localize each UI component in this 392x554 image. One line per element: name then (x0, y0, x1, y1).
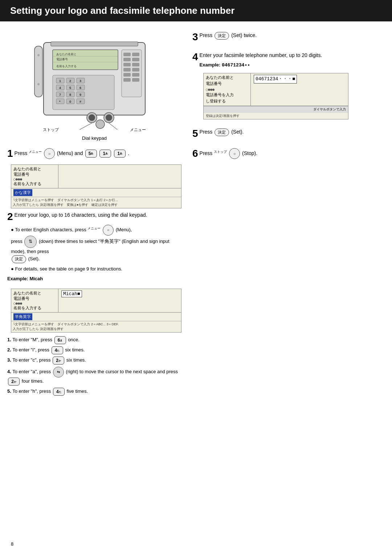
num-item-1: 1. To enter "M", press 6ま once. (7, 336, 181, 344)
lcd1-bottom2: 入力が完了したら 決定/画面を押す 変換は●を押す 確定は決定を押す (13, 203, 180, 207)
menu-label: メニュー (130, 127, 146, 133)
step-5-content: Press 決定 (Set). (200, 128, 244, 136)
lcd2-line1: あなたの名前と (13, 290, 56, 296)
page-title: Setting your logo and facsimile telephon… (0, 0, 392, 21)
lcd3-left: あなたの名前と 電話番号 ○●●● 電話番号を入力 し登録する (204, 73, 251, 106)
svg-text:電話番号: 電話番号 (56, 58, 68, 61)
page: Setting your logo and facsimile telephon… (0, 0, 392, 554)
step-4: 4 Enter your facsimile telephone number,… (192, 52, 385, 120)
lcd1-line2: 電話番号 (13, 172, 56, 177)
step-4-example-value: 04671234•• (222, 62, 250, 68)
svg-point-53 (96, 120, 105, 129)
nav-arrows-button-2[interactable]: ⇆ (53, 367, 64, 378)
left-column: あなたの名前と 電話番号 名前を入力する (7, 28, 181, 397)
key-6-button[interactable]: 6ま (54, 336, 66, 344)
key-4a-button[interactable]: 4た (52, 346, 63, 354)
lcd2-line2: 電話番号 (13, 296, 56, 301)
step-2-text: Enter your logo, up to 16 characters, us… (15, 212, 147, 218)
svg-text:4: 4 (59, 86, 61, 90)
svg-line-55 (109, 123, 120, 130)
menu-jp-above: メニュー (87, 227, 101, 230)
step-4-number: 4 (192, 52, 198, 63)
svg-text:1: 1 (59, 79, 61, 83)
lcd1-bottom: └文字切替はメニューを押す ダイヤルボタンで入力 1＝あ行 2＝か行... 入力… (11, 197, 181, 208)
step-3-number: 3 (192, 32, 198, 43)
lcd3-dots: ○●●● (206, 87, 248, 92)
menu-btn-step2[interactable]: ○ (103, 225, 114, 236)
key-5-button[interactable]: 5あ (85, 150, 97, 158)
step-2-bullet2: For details, see the table on page 9 for… (11, 265, 181, 273)
step-5: 5 Press 決定 (Set). (192, 128, 385, 139)
step-1-period: . (128, 150, 129, 156)
set-button-step5[interactable]: 決定 (215, 129, 229, 136)
lcd3-line2: 電話番号 (206, 81, 248, 87)
svg-rect-13 (132, 53, 139, 56)
step-3-content: Press 決定 (Set) twice. (200, 32, 257, 40)
lcd2-line3: 名前を入力する (13, 305, 56, 311)
stop-button[interactable]: ○ (229, 148, 240, 159)
step-6-press: Press (200, 150, 213, 156)
svg-point-10 (37, 83, 40, 85)
set-button-step3[interactable]: 決定 (215, 32, 229, 40)
svg-text:名前を入力する: 名前を入力する (56, 65, 77, 68)
fax-machine-illustration: あなたの名前と 電話番号 名前を入力する (7, 28, 181, 141)
svg-rect-16 (123, 63, 131, 66)
lcd3-bottom-label: ダイヤルボタンで入力 (204, 106, 348, 113)
step-5-press: Press (200, 129, 213, 135)
stop-jp-label: ストップ (214, 150, 227, 154)
num-item-2: 2. To enter "i", press 4た six times. (7, 346, 181, 354)
lcd2-bottom1: └文字切替はメニューを押す ダイヤルボタンで入力 2＝ABC... 3＝DEF. (13, 322, 180, 327)
lcd1-line1: あなたの名前と (13, 166, 56, 172)
lcd-display-1: あなたの名前と 電話番号 ○●●● 名前を入力する かな漢字 └文字切替はメニュ… (11, 164, 181, 208)
fax-machine-svg: あなたの名前と 電話番号 名前を入力する (33, 28, 156, 130)
svg-rect-8 (34, 46, 42, 97)
lcd3-line1: あなたの名前と (206, 75, 248, 81)
svg-line-54 (76, 123, 92, 130)
step-1-press: Press (15, 150, 28, 156)
key-1b-button[interactable]: 1あ (114, 150, 126, 158)
svg-rect-17 (132, 63, 139, 66)
lcd1-left: あなたの名前と 電話番号 ○●●● 名前を入力する (11, 165, 58, 188)
menu-jp-label: メニュー (29, 150, 42, 154)
menu-button[interactable]: ○ (44, 148, 55, 159)
dial-keypad-label: Dial keypad (7, 135, 181, 141)
svg-rect-23 (132, 78, 139, 82)
svg-rect-15 (132, 58, 139, 61)
nav-arrows-button[interactable]: ⇅ (24, 236, 37, 248)
svg-rect-21 (132, 73, 139, 77)
lcd3-line3: 電話番号を入力 (206, 92, 248, 98)
lcd2-bottom: └文字切替はメニューを押す ダイヤルボタンで入力 2＝ABC... 3＝DEF.… (11, 321, 181, 332)
set-button-step2[interactable]: 決定 (12, 255, 26, 263)
lcd1-dots: ○●●● (13, 177, 56, 181)
step-4-content: Enter your facsimile telephone number, u… (200, 52, 322, 70)
key-4b-button[interactable]: 4た (53, 388, 65, 396)
svg-text:0: 0 (69, 100, 71, 103)
lcd1-highlight: かな漢字 (13, 189, 32, 196)
svg-rect-19 (132, 68, 139, 72)
svg-rect-22 (123, 78, 131, 82)
title-text: Setting your logo and facsimile telephon… (10, 5, 234, 16)
key-1a-button[interactable]: 1あ (99, 150, 111, 158)
stop-label: ストップ (43, 127, 59, 133)
num-item-5: 5. To enter "h", press 4た five times. (7, 388, 181, 396)
svg-rect-12 (123, 53, 131, 56)
lcd3-right: 04671234・・・■ (251, 73, 348, 106)
numbered-instructions: 1. To enter "M", press 6ま once. 2. To en… (7, 336, 181, 396)
step-4-text: Enter your facsimile telephone number, u… (200, 52, 322, 58)
num-item-4: 4. To enter "a", press ⇆ (right) to move… (7, 367, 181, 386)
step-4-example-label: Example: 04671234•• (200, 61, 322, 69)
press-label-b1: press (11, 239, 24, 244)
svg-point-50 (89, 114, 95, 121)
step-3-suffix: (Set) twice. (231, 32, 257, 38)
key-2b-button[interactable]: 2か (8, 378, 20, 386)
lcd2-right: Micah■ (58, 289, 181, 312)
key-2a-button[interactable]: 2か (53, 357, 64, 364)
svg-point-9 (37, 54, 40, 56)
lcd1-line3: 名前を入力する (13, 181, 56, 187)
lcd2-left: あなたの名前と 電話番号 ○●●● 名前を入力する (11, 289, 58, 312)
step-5-suffix: (Set). (231, 129, 244, 135)
svg-text:*: * (59, 100, 61, 103)
svg-rect-18 (123, 68, 131, 72)
lcd3-input: 04671234・・・■ (254, 75, 297, 83)
step-2-number: 2 (7, 211, 13, 223)
